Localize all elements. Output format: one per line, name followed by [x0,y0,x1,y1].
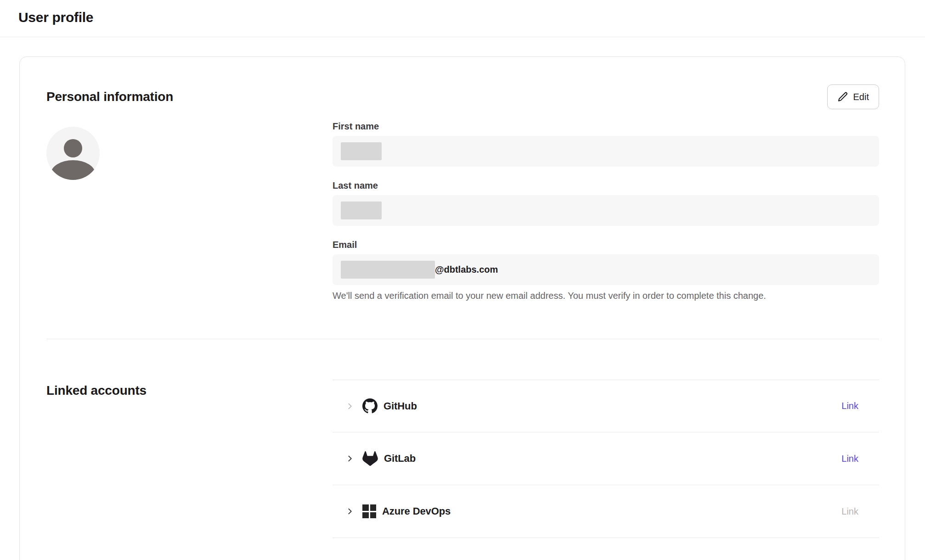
chevron-right-icon[interactable] [345,402,355,411]
linked-accounts-section: Linked accounts GitHub Link [46,339,879,538]
gitlab-link-action[interactable]: Link [841,454,858,464]
avatar-person-icon [64,139,82,157]
last-name-redacted-value [341,202,382,219]
first-name-redacted-value [341,142,382,160]
email-domain-suffix: @dbtlabs.com [435,264,498,275]
azure-devops-link-action: Link [841,506,858,517]
github-icon [362,398,378,414]
github-link-action[interactable]: Link [841,401,858,411]
linked-account-row-gitlab: GitLab Link [333,432,879,485]
personal-information-heading: Personal information [46,90,173,104]
personal-information-section: Personal information Edit First name [46,84,879,339]
first-name-field[interactable] [333,136,879,167]
chevron-right-icon[interactable] [345,507,355,516]
email-helper-text: We'll send a verification email to your … [333,291,879,301]
linked-account-name: Azure DevOps [382,505,451,517]
page-header: User profile [0,0,925,37]
linked-account-row-github: GitHub Link [333,380,879,432]
avatar-column [46,121,333,301]
linked-account-name: GitHub [384,400,417,412]
email-field[interactable]: @dbtlabs.com [333,254,879,285]
linked-accounts-heading: Linked accounts [46,383,333,398]
last-name-label: Last name [333,180,879,191]
profile-card: Personal information Edit First name [19,56,905,560]
avatar [46,127,100,180]
azure-devops-icon [362,504,376,518]
first-name-label: First name [333,121,879,132]
edit-button[interactable]: Edit [827,84,879,109]
edit-button-label: Edit [853,92,869,102]
fields-column: First name Last name Email @dbtlabs.com … [333,121,879,301]
pencil-icon [837,91,848,102]
page-title: User profile [18,10,93,25]
linked-account-name: GitLab [384,453,416,465]
linked-accounts-list: GitHub Link GitLab Link [333,380,879,538]
chevron-right-icon[interactable] [345,454,355,463]
email-redacted-local-part [341,261,435,279]
email-label: Email [333,240,879,250]
last-name-field[interactable] [333,195,879,226]
linked-account-row-azure-devops: Azure DevOps Link [333,485,879,538]
gitlab-icon [362,451,378,466]
